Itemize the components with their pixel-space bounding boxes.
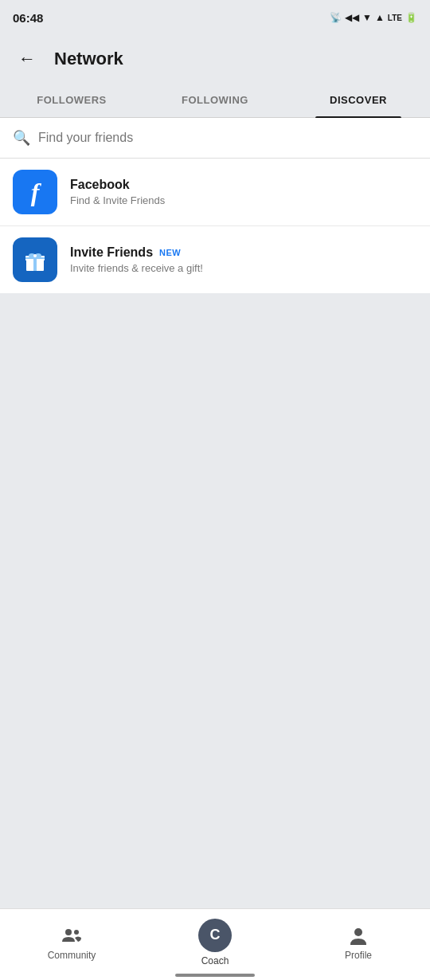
nav-item-profile[interactable]: Profile [287, 909, 430, 980]
community-icon [61, 924, 83, 947]
community-label: Community [48, 950, 96, 961]
profile-icon [347, 924, 369, 947]
back-button[interactable]: ← [13, 45, 41, 73]
lte-icon: LTE [388, 14, 402, 22]
invite-subtitle: Invite friends & receive a gift! [70, 262, 203, 274]
wifi-icon: ▼ [362, 12, 372, 23]
coach-label: Coach [201, 955, 229, 966]
page-title: Network [54, 49, 123, 69]
list-item-facebook[interactable]: f Facebook Find & Invite Friends [0, 159, 430, 226]
tabs-bar: FOLLOWERS FOLLOWING DISCOVER [0, 83, 430, 118]
invite-item-text: Invite Friends NEW Invite friends & rece… [70, 245, 203, 274]
search-icon: 🔍 [13, 129, 30, 147]
cast-icon: 📡 [330, 12, 342, 23]
facebook-icon: f [13, 170, 57, 214]
facebook-subtitle: Find & Invite Friends [70, 194, 165, 206]
coach-icon: C [198, 919, 232, 952]
svg-point-7 [33, 254, 37, 257]
gift-svg [22, 247, 48, 272]
nav-item-community[interactable]: Community [0, 909, 143, 980]
invite-icon [13, 237, 57, 282]
discover-list: f Facebook Find & Invite Friends [0, 159, 430, 293]
list-item-invite[interactable]: Invite Friends NEW Invite friends & rece… [0, 226, 430, 293]
search-input[interactable] [38, 126, 417, 150]
facebook-title: Facebook [70, 178, 165, 192]
facebook-item-text: Facebook Find & Invite Friends [70, 178, 165, 206]
profile-label: Profile [345, 950, 372, 961]
volume-icon: ◀◀ [345, 12, 359, 23]
search-bar: 🔍 [0, 118, 430, 159]
signal-icon: ▲ [375, 12, 385, 23]
header: ← Network [0, 35, 430, 83]
svg-rect-4 [25, 257, 45, 259]
invite-title: Invite Friends NEW [70, 245, 203, 260]
status-icons: 📡 ◀◀ ▼ ▲ LTE 🔋 [330, 12, 417, 23]
tab-following[interactable]: FOLLOWING [143, 83, 287, 117]
svg-point-9 [74, 930, 79, 935]
nav-item-coach[interactable]: C Coach [143, 909, 287, 980]
svg-point-10 [354, 928, 362, 936]
bottom-indicator [175, 974, 255, 977]
status-time: 06:48 [13, 11, 43, 25]
status-bar: 06:48 📡 ◀◀ ▼ ▲ LTE 🔋 [0, 0, 430, 35]
svg-point-8 [65, 929, 72, 935]
battery-icon: 🔋 [405, 12, 417, 23]
svg-rect-2 [33, 260, 37, 271]
bottom-nav: Community C Coach Profile [0, 908, 430, 980]
tab-discover[interactable]: DISCOVER [287, 83, 430, 117]
back-arrow-icon: ← [18, 49, 36, 69]
tab-followers[interactable]: FOLLOWERS [0, 83, 143, 117]
new-badge: NEW [159, 248, 181, 257]
